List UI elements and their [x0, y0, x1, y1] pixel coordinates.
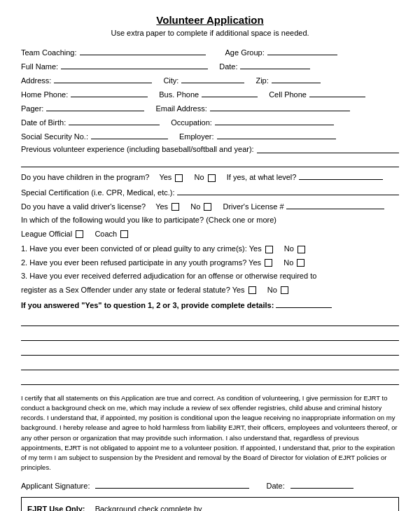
label-yes-children: Yes	[159, 173, 172, 181]
label-team-coaching: Team Coaching:	[21, 48, 77, 57]
row-team-coaching: Team Coaching: Age Group:	[21, 46, 399, 57]
prev-exp-line2[interactable]	[21, 156, 399, 167]
label-q2: 2. Have you ever been refused participat…	[21, 258, 261, 267]
form-section: Team Coaching: Age Group: Full Name: Dat…	[21, 46, 399, 511]
question-2: 2. Have you ever been refused participat…	[21, 257, 399, 269]
field-bg-check[interactable]	[204, 502, 302, 512]
row-address: Address: City: Zip:	[21, 74, 399, 85]
bold-question-row: If you answered "Yes" to question 1, 2 o…	[21, 298, 399, 312]
field-cell-phone[interactable]	[309, 88, 365, 97]
ejrt-line-1: EJRT Use Only: Background check complete…	[27, 502, 393, 512]
page-container: Volunteer Application Use extra paper to…	[21, 14, 399, 511]
label-full-name: Full Name:	[21, 62, 58, 71]
detail-line-1[interactable]	[21, 315, 399, 326]
label-participate: In which of the following would you like…	[21, 216, 276, 224]
label-drivers-license: Do you have a valid driver's license?	[21, 202, 146, 211]
detail-line-5[interactable]	[21, 374, 399, 385]
question-3: 3. Have you ever received deferred adjud…	[21, 270, 399, 282]
label-q2-no: No	[284, 258, 293, 267]
checkbox-coach[interactable]	[120, 230, 128, 238]
checkbox-q1-no[interactable]	[298, 246, 305, 253]
row-dob-occ: Date of Birth: Occupation:	[21, 115, 399, 127]
field-zip[interactable]	[272, 74, 321, 83]
label-q3b: register as a Sex Offender under any sta…	[21, 286, 245, 294]
field-date[interactable]	[240, 59, 310, 69]
field-ssn[interactable]	[91, 130, 168, 139]
label-home-phone: Home Phone:	[21, 90, 68, 99]
label-q1: 1. Have you ever been convicted of or pl…	[21, 244, 262, 253]
checkbox-q2-no[interactable]	[297, 259, 304, 267]
label-occupation: Occupation:	[171, 118, 212, 127]
row-full-name: Full Name: Date:	[21, 59, 399, 71]
field-team-coaching[interactable]	[80, 46, 206, 55]
checkbox-q1-yes[interactable]	[265, 246, 273, 253]
label-q1-no: No	[284, 244, 294, 253]
question-participate: In which of the following would you like…	[21, 214, 399, 226]
label-no-children: No	[195, 173, 204, 181]
label-bold-q: If you answered "Yes" to question 1, 2 o…	[21, 301, 274, 309]
page-subtitle: Use extra paper to complete if additiona…	[21, 29, 399, 37]
checkbox-children-no[interactable]	[208, 174, 216, 182]
sig-row: Applicant Signature: Date:	[21, 479, 399, 490]
label-city: City:	[163, 76, 178, 85]
field-age-group[interactable]	[267, 46, 337, 55]
label-cell-phone: Cell Phone	[269, 90, 307, 99]
checkbox-dl-no[interactable]	[204, 203, 211, 211]
label-address: Address:	[21, 76, 51, 85]
field-date-sig[interactable]	[290, 479, 354, 489]
question-drivers: Do you have a valid driver's license? Ye…	[21, 200, 399, 213]
field-city[interactable]	[181, 74, 244, 83]
label-coach: Coach	[94, 230, 117, 238]
field-address[interactable]	[54, 74, 152, 83]
row-phones: Home Phone: Bus. Phone Cell Phone	[21, 88, 399, 99]
label-no-dl: No	[190, 202, 200, 211]
field-pager[interactable]	[46, 102, 144, 111]
label-date-sig: Date:	[266, 482, 284, 490]
label-league-official: League Official	[21, 230, 72, 238]
checkbox-q2-yes[interactable]	[265, 259, 272, 267]
checkbox-children-yes[interactable]	[175, 174, 183, 182]
field-dl-number[interactable]	[286, 200, 384, 209]
checkbox-q3-yes[interactable]	[248, 286, 256, 294]
field-prev-exp[interactable]	[257, 144, 399, 153]
label-applicant-sig: Applicant Signature:	[21, 482, 90, 490]
field-bus-phone[interactable]	[202, 88, 258, 97]
field-email[interactable]	[210, 102, 350, 111]
row-ssn-employer: Social Security No.: Employer:	[21, 130, 399, 141]
label-age-group: Age Group:	[225, 48, 265, 57]
label-ssn: Social Security No.:	[21, 132, 88, 141]
label-bus-phone: Bus. Phone	[159, 90, 199, 99]
field-special-cert[interactable]	[177, 186, 399, 195]
label-pager: Pager:	[21, 104, 43, 113]
row-prev-exp: Previous volunteer experience (including…	[21, 144, 399, 153]
label-employer: Employer:	[179, 132, 214, 141]
label-ejrt-use-only: EJRT Use Only:	[27, 505, 85, 512]
row-special-cert: Special Certification (i.e. CPR, Medical…	[21, 186, 399, 197]
label-dl-number: Driver's License #	[223, 202, 284, 211]
field-dob[interactable]	[69, 115, 160, 125]
field-employer[interactable]	[217, 130, 336, 139]
label-date: Date:	[219, 62, 237, 71]
detail-line-3[interactable]	[21, 344, 399, 356]
label-q3b-no: No	[267, 286, 277, 294]
label-bg-check: Background check complete by	[95, 505, 202, 512]
detail-line-2[interactable]	[21, 330, 399, 341]
field-full-name[interactable]	[61, 59, 208, 69]
question-1: 1. Have you ever been convicted of or pl…	[21, 243, 399, 255]
label-q-children: Do you have children in the program?	[21, 173, 149, 181]
certification-text: I certify that all statements on this Ap…	[21, 393, 399, 473]
field-details-inline[interactable]	[276, 298, 332, 308]
label-yes-dl: Yes	[155, 202, 168, 211]
checkbox-league-official[interactable]	[76, 230, 83, 238]
checkbox-q3-no[interactable]	[281, 286, 288, 294]
field-applicant-sig[interactable]	[95, 479, 249, 489]
label-zip: Zip:	[255, 76, 268, 85]
label-email: Email Address:	[155, 104, 206, 113]
checkbox-dl-yes[interactable]	[172, 203, 179, 211]
detail-line-4[interactable]	[21, 359, 399, 370]
row-participate-options: League Official Coach	[21, 228, 399, 240]
field-level[interactable]	[299, 170, 383, 180]
label-if-yes-level: If yes, at what level?	[227, 173, 297, 181]
field-occupation[interactable]	[215, 115, 334, 125]
field-home-phone[interactable]	[71, 88, 148, 97]
